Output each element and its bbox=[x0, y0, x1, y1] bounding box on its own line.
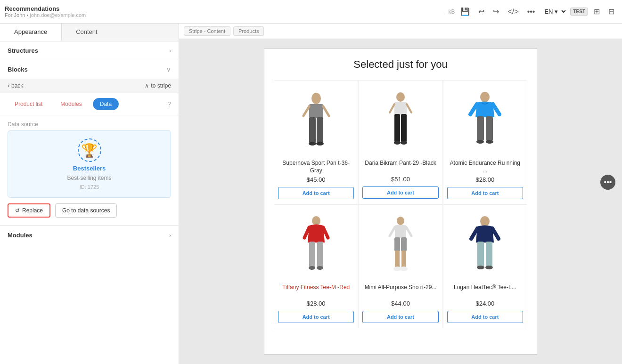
goto-data-sources-button[interactable]: Go to data sources bbox=[55, 203, 117, 218]
ds-desc: Best-selling items bbox=[67, 175, 111, 181]
svg-point-22 bbox=[486, 140, 493, 144]
subtab-modules[interactable]: Modules bbox=[53, 98, 89, 110]
svg-rect-1 bbox=[309, 104, 323, 118]
product-image-6 bbox=[447, 210, 523, 280]
top-bar-info: Recommendations For John • john.doe@exam… bbox=[5, 5, 440, 18]
email-block: Selected just for you bbox=[264, 49, 537, 355]
preview-button[interactable]: ⊟ bbox=[606, 5, 617, 18]
product-name-5: Mimi All-Purpose Sho rt-29... bbox=[365, 284, 437, 298]
add-to-cart-5[interactable]: Add to cart bbox=[362, 311, 438, 323]
svg-point-45 bbox=[477, 266, 484, 269]
tab-bar: Appearance Content bbox=[0, 24, 179, 41]
svg-rect-10 bbox=[394, 114, 400, 142]
tab-content[interactable]: Content bbox=[62, 24, 112, 41]
back-nav[interactable]: ‹ back bbox=[8, 82, 23, 89]
replace-label: Replace bbox=[22, 207, 43, 214]
svg-line-7 bbox=[323, 106, 329, 116]
product-price-2: $51.00 bbox=[391, 176, 410, 183]
blocks-header[interactable]: Blocks ∨ bbox=[0, 60, 179, 79]
sub-tabs: Product list Modules Data ? bbox=[0, 93, 179, 115]
product-price-5: $44.00 bbox=[391, 300, 410, 307]
svg-point-37 bbox=[400, 267, 408, 271]
replace-icon: ↺ bbox=[15, 207, 20, 214]
subtab-data[interactable]: Data bbox=[93, 98, 119, 110]
modules-chevron-icon: › bbox=[169, 232, 171, 239]
svg-line-6 bbox=[303, 106, 309, 116]
save-button[interactable]: 💾 bbox=[458, 5, 473, 18]
product-image-2 bbox=[362, 85, 438, 156]
product-cell-2: Daria Bikram Pant-29 -Black $51.00 Add t… bbox=[358, 80, 442, 204]
add-to-cart-2[interactable]: Add to cart bbox=[362, 186, 438, 199]
svg-rect-18 bbox=[486, 116, 493, 141]
product-price-1: $45.00 bbox=[307, 176, 326, 183]
product-image-5 bbox=[362, 210, 438, 280]
structures-chevron-icon: › bbox=[169, 48, 171, 54]
layout-button[interactable]: ⊞ bbox=[591, 5, 603, 18]
tab-appearance[interactable]: Appearance bbox=[0, 24, 62, 41]
add-to-cart-3[interactable]: Add to cart bbox=[447, 187, 523, 199]
section-title: Selected just for you bbox=[274, 58, 527, 71]
top-bar-subtitle: For John • john.doe@example.com bbox=[5, 12, 440, 18]
svg-rect-42 bbox=[486, 242, 492, 267]
product-cell-3: Atomic Endurance Ru nning ... $28.00 Add… bbox=[443, 80, 527, 204]
modules-label: Modules bbox=[8, 232, 33, 239]
product-price-3: $28.00 bbox=[475, 176, 494, 183]
svg-point-13 bbox=[401, 141, 407, 145]
blocks-label: Blocks bbox=[8, 66, 28, 73]
more-button[interactable]: ••• bbox=[600, 175, 615, 190]
svg-rect-34 bbox=[395, 251, 400, 268]
replace-button[interactable]: ↺ Replace bbox=[8, 203, 50, 218]
svg-line-39 bbox=[406, 227, 411, 236]
product-image-1 bbox=[278, 85, 354, 156]
stripe-content-label: Stripe - Content bbox=[184, 26, 230, 36]
language-select[interactable]: EN ▾ bbox=[540, 7, 567, 16]
product-image-4 bbox=[278, 210, 354, 280]
svg-rect-11 bbox=[401, 114, 407, 142]
redo-button[interactable]: ↪ bbox=[490, 5, 502, 18]
svg-rect-9 bbox=[394, 102, 407, 115]
subtab-product-list[interactable]: Product list bbox=[8, 98, 49, 110]
svg-rect-41 bbox=[477, 242, 484, 267]
data-source-label: Data source bbox=[0, 115, 179, 130]
svg-rect-33 bbox=[401, 237, 407, 251]
data-source-card: 🏆 Bestsellers Best-selling items ID: 172… bbox=[8, 130, 171, 198]
product-grid: Supernova Sport Pan t-36-Gray $45.00 Add… bbox=[274, 80, 527, 328]
structures-section[interactable]: Structures › bbox=[0, 41, 179, 60]
svg-rect-3 bbox=[317, 117, 323, 143]
help-icon[interactable]: ? bbox=[167, 100, 171, 108]
canvas-bar: Stripe - Content Products bbox=[179, 24, 622, 39]
undo-button[interactable]: ↩ bbox=[475, 5, 487, 18]
more-options-button[interactable]: ••• bbox=[524, 6, 538, 18]
top-bar: Recommendations For John • john.doe@exam… bbox=[0, 0, 622, 24]
svg-point-36 bbox=[393, 267, 401, 271]
add-to-cart-6[interactable]: Add to cart bbox=[447, 311, 523, 323]
add-to-cart-4[interactable]: Add to cart bbox=[278, 311, 354, 323]
replace-row: ↺ Replace Go to data sources bbox=[0, 203, 179, 225]
left-panel: Appearance Content Structures › Blocks ∨… bbox=[0, 24, 179, 364]
product-name-1: Supernova Sport Pan t-36-Gray bbox=[278, 160, 354, 174]
test-badge: TEST bbox=[570, 8, 588, 16]
svg-point-5 bbox=[316, 142, 324, 146]
ds-id: ID: 1725 bbox=[80, 184, 99, 190]
code-button[interactable]: </> bbox=[505, 6, 521, 18]
svg-point-40 bbox=[480, 216, 490, 226]
svg-rect-2 bbox=[309, 117, 316, 143]
nav-row: ‹ back ∧ to stripe bbox=[0, 79, 179, 93]
modules-header[interactable]: Modules › bbox=[0, 226, 179, 244]
product-name-6: Logan HeatTec® Tee-L... bbox=[454, 284, 516, 298]
product-cell-1: Supernova Sport Pan t-36-Gray $45.00 Add… bbox=[274, 80, 358, 204]
svg-point-28 bbox=[309, 266, 315, 270]
ds-name[interactable]: Bestsellers bbox=[73, 165, 106, 172]
svg-rect-24 bbox=[309, 242, 315, 267]
product-name-3: Atomic Endurance Ru nning ... bbox=[447, 160, 523, 174]
right-panel: Stripe - Content Products Selected just … bbox=[179, 24, 622, 364]
structures-label: Structures bbox=[8, 47, 38, 54]
back-label: back bbox=[11, 82, 23, 89]
svg-line-38 bbox=[390, 227, 395, 236]
product-cell-6: Logan HeatTec® Tee-L... $24.00 Add to ca… bbox=[443, 204, 527, 328]
add-to-cart-1[interactable]: Add to cart bbox=[278, 187, 354, 199]
svg-point-21 bbox=[476, 140, 484, 144]
to-stripe-nav[interactable]: ∧ to stripe bbox=[145, 82, 171, 89]
for-label: For John bbox=[5, 12, 25, 18]
svg-point-12 bbox=[394, 141, 401, 145]
